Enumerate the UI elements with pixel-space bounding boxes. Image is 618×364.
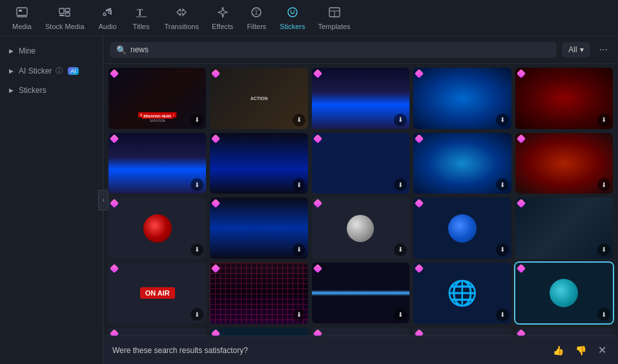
premium-icon-10 [518,136,526,143]
nav-item-filters[interactable]: Filters [240,3,273,33]
premium-icon-25 [518,330,526,336]
sticker-item-6[interactable]: ⬇ [108,133,206,194]
chevron-icon-mine: ▶ [9,48,14,54]
sticker-preview-22: ON AIR [210,328,307,336]
premium-icon-4 [416,70,424,78]
nav-label-audio: Audio [98,23,116,30]
premium-icon-17 [212,265,220,273]
nav-item-titles[interactable]: T Titles [125,3,158,33]
sticker-item-10[interactable]: ⬇ [515,133,613,194]
premium-icon-1 [111,70,119,78]
premium-icon-23 [314,330,322,336]
nav-item-audio[interactable]: Audio [91,3,125,33]
chevron-down-icon: ▾ [580,45,584,54]
filter-dropdown-button[interactable]: All ▾ [562,42,590,57]
search-icon: 🔍 [116,45,127,55]
sticker-item-18[interactable]: ⬇ [312,263,409,324]
sticker-item-8[interactable]: ⬇ [312,133,409,194]
sticker-item-9[interactable]: ⬇ [413,133,511,194]
ai-badge: AI [68,67,79,75]
premium-icon-7 [212,136,220,143]
thumbs-up-button[interactable]: 👍 [550,344,566,357]
sticker-item-3[interactable]: ⬇ [312,68,409,129]
svg-point-14 [288,8,297,17]
earth-teal-shape [550,279,578,307]
grid-scroll[interactable]: BREAKING NEWS SATATION ⬇ ACTION ⬇ [103,64,618,336]
premium-icon-14 [416,200,424,208]
premium-icon-19 [416,265,424,273]
search-input[interactable] [130,45,550,54]
download-button-2[interactable]: ⬇ [293,114,305,126]
sticker-item-11[interactable]: ⬇ [108,197,206,259]
action-label: ACTION [251,96,268,101]
download-button-15[interactable]: ⬇ [597,243,610,256]
svg-rect-0 [17,8,27,15]
sticker-item-17[interactable]: ⬇ [210,263,307,324]
sticker-item-12[interactable]: ⬇ [210,197,307,259]
sticker-item-21[interactable]: ⬇ [108,328,206,336]
nav-label-stock-media: Stock Media [45,23,85,30]
download-button-7[interactable]: ⬇ [293,178,305,191]
nav-label-effects: Effects [212,23,233,30]
download-button-3[interactable]: ⬇ [394,114,407,126]
sticker-item-2[interactable]: ACTION ⬇ [210,68,307,129]
globe-blue-shape [448,214,477,243]
sticker-item-22[interactable]: ON AIR ⬇ [210,328,307,336]
top-nav: Media Stock Media Audio T [0,0,618,36]
svg-text:T: T [137,8,143,17]
feedback-close-button[interactable]: ✕ [595,343,609,358]
sticker-item-14[interactable]: ⬇ [413,197,511,259]
stickers-icon [286,6,299,21]
sticker-item-15[interactable]: ⬇ [515,197,613,259]
thumbs-down-button[interactable]: 👎 [573,344,589,357]
nav-label-filters: Filters [247,23,266,30]
premium-icon-20 [518,265,526,273]
sticker-item-24[interactable]: ヒク゛ ⬇ [413,328,511,336]
on-air-badge-16: ON AIR [140,287,175,299]
svg-rect-6 [59,15,64,16]
svg-rect-4 [65,8,70,12]
premium-icon-24 [416,330,424,336]
nav-label-titles: Titles [133,23,150,30]
premium-icon-5 [518,70,526,78]
nav-label-stickers: Stickers [280,23,305,30]
sticker-item-13[interactable]: ⬇ [312,197,409,259]
stock-media-icon [58,6,71,21]
download-button-14[interactable]: ⬇ [496,243,509,256]
nav-item-stock-media[interactable]: Stock Media [39,3,91,33]
download-button-13[interactable]: ⬇ [394,243,407,256]
premium-icon-21 [111,330,119,336]
sidebar-item-stickers[interactable]: ▶ Stickers [0,81,103,100]
nav-item-stickers[interactable]: Stickers [273,3,311,33]
nav-item-templates[interactable]: Templates [311,3,356,33]
chevron-icon-stickers: ▶ [9,87,14,94]
download-button-1[interactable]: ⬇ [191,114,203,126]
transitions-icon [175,6,188,21]
sidebar-item-mine[interactable]: ▶ Mine [0,41,103,61]
premium-icon-11 [111,200,119,208]
download-button-5[interactable]: ⬇ [597,114,610,126]
sticker-item-20[interactable]: ⬇ [515,263,613,324]
grey-sphere-shape [347,215,374,242]
sidebar-item-ai-sticker[interactable]: ▶ AI Sticker ⓘ AI [0,61,103,81]
more-options-button[interactable]: ··· [595,41,612,58]
download-button-4[interactable]: ⬇ [496,114,509,126]
download-button-19[interactable]: ⬇ [496,308,509,321]
nav-item-effects[interactable]: Effects [205,3,240,33]
sidebar-collapse-button[interactable]: ‹ [98,190,108,210]
sticker-item-25[interactable]: ⬇ [515,328,613,336]
sticker-item-1[interactable]: BREAKING NEWS SATATION ⬇ [108,68,206,129]
nav-label-templates: Templates [318,23,350,30]
sticker-item-4[interactable]: ⬇ [413,68,511,129]
sticker-item-23[interactable]: ON AIR ⬇ [312,328,409,336]
sticker-item-7[interactable]: ⬇ [210,133,307,194]
sticker-item-19[interactable]: 🌐 ⬇ [413,263,511,324]
sticker-item-5[interactable]: ⬇ [515,68,613,129]
download-button-9[interactable]: ⬇ [496,178,509,191]
download-button-17[interactable]: ⬇ [293,308,305,321]
nav-item-media[interactable]: Media [5,3,39,33]
nav-item-transitions[interactable]: Transitions [158,3,205,33]
sticker-item-16[interactable]: ON AIR ⬇ [108,263,206,324]
premium-icon-13 [314,200,322,208]
download-button-12[interactable]: ⬇ [293,243,305,256]
